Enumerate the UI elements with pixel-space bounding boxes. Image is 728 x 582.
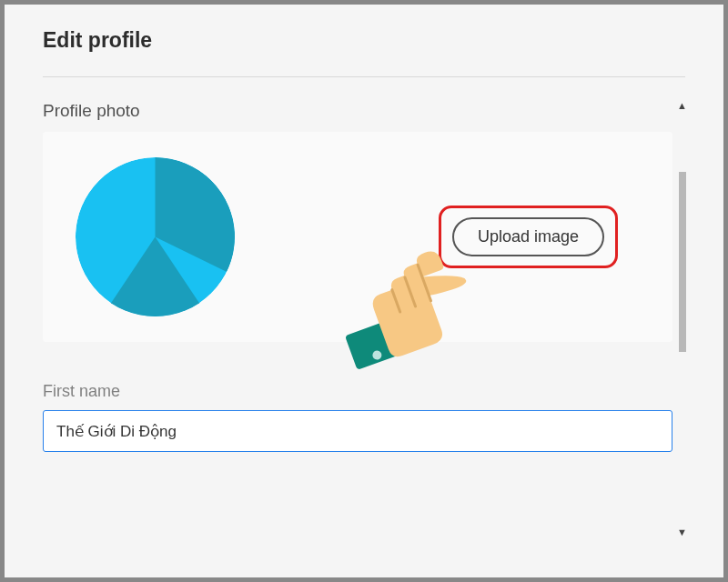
tutorial-highlight: Upload image bbox=[439, 206, 618, 268]
scroll-thumb[interactable] bbox=[679, 172, 686, 352]
content: Profile photo Upload image bbox=[43, 101, 685, 537]
svg-rect-1 bbox=[345, 321, 399, 370]
first-name-label: First name bbox=[43, 382, 672, 401]
avatar bbox=[76, 157, 235, 316]
divider bbox=[43, 76, 685, 77]
upload-area: Upload image bbox=[439, 206, 618, 268]
edit-profile-panel: Edit profile Profile photo Upload image bbox=[5, 5, 723, 577]
avatar-icon bbox=[76, 157, 235, 316]
profile-photo-card: Upload image bbox=[43, 132, 672, 342]
page-title: Edit profile bbox=[43, 28, 685, 53]
first-name-input[interactable] bbox=[43, 410, 672, 452]
scroll-area: Profile photo Upload image bbox=[43, 101, 685, 537]
scroll-down-icon[interactable]: ▼ bbox=[677, 527, 687, 537]
upload-image-button[interactable]: Upload image bbox=[452, 217, 604, 256]
svg-point-2 bbox=[371, 349, 383, 361]
scroll-up-icon[interactable]: ▲ bbox=[677, 101, 687, 111]
scrollbar[interactable]: ▲ ▼ bbox=[678, 101, 687, 537]
profile-photo-label: Profile photo bbox=[43, 101, 672, 121]
